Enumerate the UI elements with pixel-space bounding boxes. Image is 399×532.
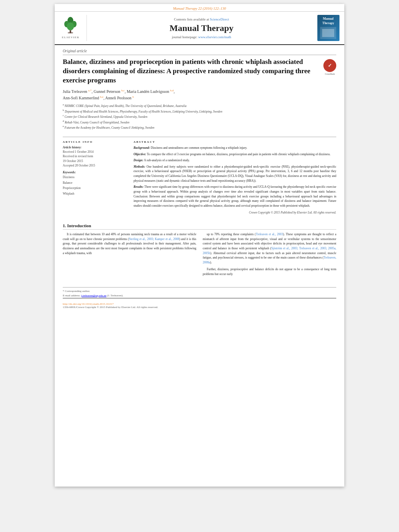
keywords-block: Keywords: Dizziness Balance Propriocepti… <box>63 170 127 196</box>
article-info-title: ARTICLE INFO <box>63 140 127 144</box>
footer-links-area: http://dx.doi.org/10.1016/j.math.2015.10… <box>55 301 344 310</box>
footer-divider <box>63 298 336 298</box>
homepage-line: journal homepage: www.elsevier.com/math <box>172 35 231 39</box>
intro-para-right-1: up to 70% reporting these complaints (Tr… <box>203 232 336 265</box>
issn-text: 1356-689X/Crown Copyright © 2015 Publish… <box>63 306 158 309</box>
footer-notes: * Corresponding author. E-mail address: … <box>63 287 336 298</box>
article-title: Balance, dizziness and proprioception in… <box>63 58 319 85</box>
journal-name-heading: Manual Therapy <box>169 23 233 33</box>
journal-reference: Manual Therapy 22 (2016) 122–130 <box>55 4 344 12</box>
intro-para-right-2: Further, dizziness, proprioceptive and b… <box>203 267 336 276</box>
corresponding-author-note: * Corresponding author. <box>63 289 336 294</box>
doi-link[interactable]: http://dx.doi.org/10.1016/j.math.2015.10… <box>63 302 113 306</box>
journal-header: ELSEVIER Contents lists available at Sci… <box>55 12 344 45</box>
affiliations-block: a NHMRC CORE (Spinal Pain, Injury and He… <box>63 103 319 130</box>
crossmark-icon: ✓ <box>323 59 336 72</box>
abstract-copyright: Crown Copyright © 2015 Published by Else… <box>134 210 336 215</box>
intro-col-right: up to 70% reporting these complaints (Tr… <box>203 232 336 279</box>
main-body: 1. Introduction It is estimated that bet… <box>55 219 344 283</box>
journal-cover-image: ManualTherapy <box>317 15 339 41</box>
contents-available-line: Contents lists available at ScienceDirec… <box>174 17 229 21</box>
elsevier-tree-icon <box>62 17 80 35</box>
journal-thumbnail: ManualTherapy <box>316 15 340 41</box>
svg-rect-5 <box>68 33 73 33</box>
info-abstract-section: ARTICLE INFO Article history: Received 1… <box>63 137 336 215</box>
introduction-heading: 1. Introduction <box>63 223 336 230</box>
keywords-list: Dizziness Balance Proprioception Whiplas… <box>63 175 127 196</box>
article-info-panel: ARTICLE INFO Article history: Received 1… <box>63 140 127 215</box>
intro-para-left: It is estimated that between 10 and 40% … <box>63 232 196 255</box>
article-page: Manual Therapy 22 (2016) 122–130 ELSEVIE… <box>55 4 344 487</box>
intro-col-left: It is estimated that between 10 and 40% … <box>63 232 196 279</box>
sciencedirect-link[interactable]: ScienceDirect <box>210 17 229 21</box>
journal-ref-text: Manual Therapy 22 (2016) 122–130 <box>173 6 226 10</box>
history-block: Article history: Received 1 October 2014… <box>63 145 127 168</box>
abstract-title: ABSTRACT <box>134 140 336 144</box>
article-content-area: Original article Balance, dizziness and … <box>55 45 344 219</box>
email-line: E-mail address: j.treleaven@uq.edu.au (J… <box>63 294 336 298</box>
abstract-text: Background: Dizziness and unsteadiness a… <box>134 146 336 215</box>
email-link[interactable]: j.treleaven@uq.edu.au <box>81 294 107 297</box>
abstract-panel: ABSTRACT Background: Dizziness and unste… <box>134 140 336 215</box>
elsevier-logo-area: ELSEVIER <box>59 15 87 41</box>
elsevier-label-text: ELSEVIER <box>62 36 79 39</box>
introduction-columns: It is estimated that between 10 and 40% … <box>63 232 336 279</box>
homepage-link[interactable]: www.elsevier.com/math <box>198 35 231 39</box>
authors-line: Julia Treleaven a,*, Gunnel Peterson b,c… <box>63 88 319 102</box>
crossmark-badge[interactable]: ✓ CrossMark <box>323 59 336 75</box>
article-type-label: Original article <box>63 49 336 55</box>
journal-title-area: Contents lists available at ScienceDirec… <box>91 15 312 41</box>
svg-point-3 <box>67 23 74 31</box>
